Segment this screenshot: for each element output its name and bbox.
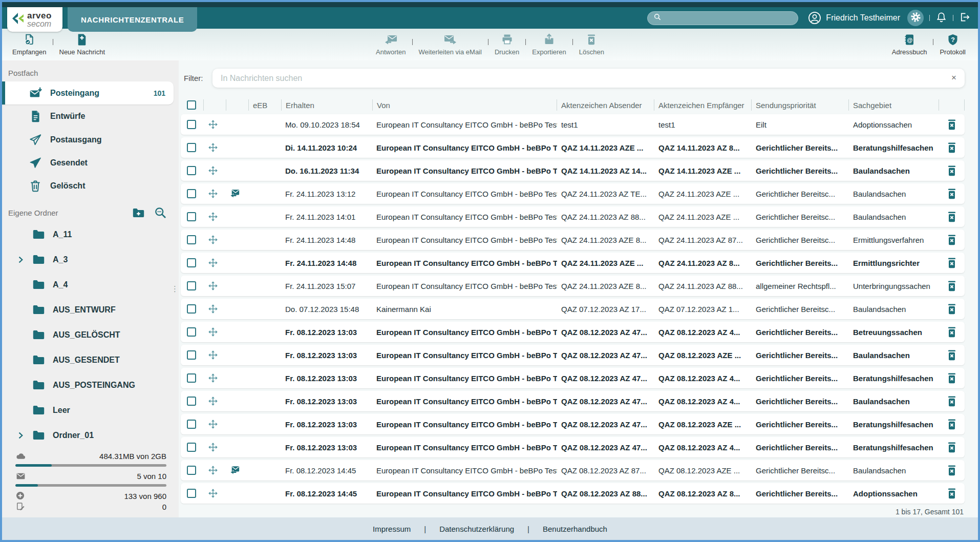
message-row[interactable]: Mo. 09.10.2023 18:54 European IT Consult… bbox=[181, 114, 965, 135]
sidebar-folder[interactable]: AUS_POSTEINGANG bbox=[2, 372, 179, 398]
row-checkbox[interactable] bbox=[187, 166, 196, 175]
sidebar-item-posteingang[interactable]: Posteingang 101 bbox=[2, 81, 174, 105]
row-checkbox[interactable] bbox=[187, 304, 196, 314]
row-checkbox[interactable] bbox=[187, 189, 196, 198]
row-delete-button[interactable] bbox=[946, 187, 957, 200]
row-delete-button[interactable] bbox=[946, 395, 957, 408]
footer-link-datenschutz[interactable]: Datenschutzerklärung bbox=[439, 525, 514, 533]
message-row[interactable]: Do. 16.11.2023 11:34 European IT Consult… bbox=[181, 160, 965, 181]
message-row[interactable]: Fr. 08.12.2023 13:03 European IT Consult… bbox=[181, 345, 965, 365]
row-delete-button[interactable] bbox=[946, 280, 957, 293]
move-handle-icon[interactable] bbox=[207, 119, 219, 130]
row-delete-button[interactable] bbox=[946, 303, 957, 316]
avatar[interactable] bbox=[807, 11, 822, 25]
move-handle-icon[interactable] bbox=[207, 165, 219, 176]
protokoll-button[interactable]: ? Protokoll bbox=[933, 33, 972, 56]
row-delete-button[interactable] bbox=[946, 211, 957, 223]
user-name[interactable]: Friedrich Testheimer bbox=[826, 13, 900, 23]
move-handle-icon[interactable] bbox=[207, 349, 219, 361]
row-checkbox[interactable] bbox=[187, 443, 196, 452]
move-handle-icon[interactable] bbox=[207, 488, 219, 499]
message-row[interactable]: Fr. 08.12.2023 13:03 European IT Consult… bbox=[181, 368, 965, 388]
folder-add-button[interactable] bbox=[132, 206, 145, 220]
row-checkbox[interactable] bbox=[187, 350, 196, 360]
row-checkbox[interactable] bbox=[187, 120, 196, 129]
message-row[interactable]: Fr. 08.12.2023 13:03 European IT Consult… bbox=[181, 437, 965, 457]
row-delete-button[interactable] bbox=[946, 257, 957, 269]
chevron-right-icon[interactable] bbox=[15, 254, 32, 266]
footer-link-impressum[interactable]: Impressum bbox=[373, 525, 411, 533]
row-delete-button[interactable] bbox=[946, 372, 957, 385]
sidebar-folder[interactable]: A_4 bbox=[2, 272, 179, 297]
message-row[interactable]: Fr. 08.12.2023 14:45 European IT Consult… bbox=[181, 460, 965, 481]
move-handle-icon[interactable] bbox=[207, 419, 219, 430]
move-handle-icon[interactable] bbox=[207, 442, 219, 453]
row-delete-button[interactable] bbox=[946, 418, 957, 431]
message-row[interactable]: Do. 07.12.2023 15:48 Kainermann Kai QAZ … bbox=[181, 299, 965, 319]
row-delete-button[interactable] bbox=[946, 441, 957, 454]
global-search-input[interactable] bbox=[662, 14, 793, 22]
move-handle-icon[interactable] bbox=[207, 280, 219, 291]
message-row[interactable]: Fr. 08.12.2023 13:03 European IT Consult… bbox=[181, 322, 965, 342]
move-handle-icon[interactable] bbox=[207, 142, 219, 153]
col-sachgebiet[interactable]: Sachgebiet bbox=[848, 99, 939, 111]
move-handle-icon[interactable] bbox=[207, 372, 219, 384]
row-checkbox[interactable] bbox=[187, 143, 196, 152]
message-row[interactable]: Fr. 24.11.2023 14:01 European IT Consult… bbox=[181, 206, 965, 227]
row-checkbox[interactable] bbox=[187, 466, 196, 475]
row-delete-button[interactable] bbox=[946, 234, 957, 246]
col-sendungsprioritaet[interactable]: Sendungspriorität bbox=[751, 99, 848, 111]
message-row[interactable]: Fr. 24.11.2023 15:07 European IT Consult… bbox=[181, 276, 965, 296]
message-row[interactable]: Fr. 08.12.2023 13:03 European IT Consult… bbox=[181, 391, 965, 411]
move-handle-icon[interactable] bbox=[207, 188, 219, 199]
select-all-checkbox[interactable] bbox=[187, 100, 196, 110]
col-aktenzeichen-absender[interactable]: Aktenzeichen Absender bbox=[557, 99, 654, 111]
row-delete-button[interactable] bbox=[946, 118, 957, 131]
row-checkbox[interactable] bbox=[187, 212, 196, 221]
row-checkbox[interactable] bbox=[187, 235, 196, 244]
row-delete-button[interactable] bbox=[946, 464, 957, 477]
empfangen-button[interactable]: Empfangen bbox=[6, 33, 53, 56]
move-handle-icon[interactable] bbox=[207, 234, 219, 245]
message-row[interactable]: Fr. 08.12.2023 14:45 European IT Consult… bbox=[181, 483, 965, 504]
filter-input[interactable] bbox=[212, 69, 965, 88]
neue-nachricht-button[interactable]: Neue Nachricht bbox=[53, 33, 112, 56]
row-delete-button[interactable] bbox=[946, 141, 957, 154]
row-checkbox[interactable] bbox=[187, 420, 196, 429]
sidebar-item-geloescht[interactable]: Gelöscht bbox=[2, 175, 179, 198]
sidebar-item-postausgang[interactable]: Postausgang bbox=[2, 128, 179, 151]
loeschen-button[interactable]: Löschen bbox=[573, 33, 610, 56]
message-row[interactable]: Fr. 24.11.2023 14:48 European IT Consult… bbox=[181, 253, 965, 273]
row-checkbox[interactable] bbox=[187, 373, 196, 383]
row-checkbox[interactable] bbox=[187, 327, 196, 337]
move-handle-icon[interactable] bbox=[207, 257, 219, 268]
notifications-button[interactable] bbox=[935, 11, 947, 25]
row-delete-button[interactable] bbox=[946, 487, 957, 500]
adressbuch-button[interactable]: @ Adressbuch bbox=[886, 33, 933, 56]
row-checkbox[interactable] bbox=[187, 258, 196, 267]
row-delete-button[interactable] bbox=[946, 326, 957, 339]
settings-button[interactable] bbox=[907, 10, 924, 26]
move-handle-icon[interactable] bbox=[207, 395, 219, 407]
row-checkbox[interactable] bbox=[187, 397, 196, 406]
row-checkbox[interactable] bbox=[187, 489, 196, 498]
col-aktenzeichen-empfaenger[interactable]: Aktenzeichen Empfänger bbox=[654, 99, 751, 111]
filter-clear-icon[interactable]: × bbox=[951, 73, 956, 83]
sidebar-resize-handle[interactable]: ⋮ bbox=[171, 288, 178, 290]
move-handle-icon[interactable] bbox=[207, 303, 219, 315]
sidebar-folder[interactable]: AUS_GELÖSCHT bbox=[2, 322, 179, 347]
folder-search-button[interactable] bbox=[154, 206, 167, 220]
weiterleiten-button[interactable]: Weiterleiten via eMail bbox=[413, 33, 488, 56]
message-row[interactable]: Fr. 24.11.2023 13:12 European IT Consult… bbox=[181, 183, 965, 204]
global-search[interactable] bbox=[647, 11, 798, 25]
exportieren-button[interactable]: Exportieren bbox=[526, 33, 572, 56]
sidebar-folder[interactable]: A_3 bbox=[2, 247, 179, 272]
sidebar-folder[interactable]: AUS_GESENDET bbox=[2, 347, 179, 372]
sidebar-folder[interactable]: Leer bbox=[2, 398, 179, 423]
move-handle-icon[interactable] bbox=[207, 211, 219, 222]
col-erhalten[interactable]: Erhalten bbox=[281, 99, 372, 111]
footer-link-benutzerhandbuch[interactable]: Benutzerhandbuch bbox=[543, 525, 607, 533]
sidebar-folder[interactable]: A_11 bbox=[2, 222, 179, 247]
message-row[interactable]: Fr. 24.11.2023 14:48 European IT Consult… bbox=[181, 230, 965, 250]
drucken-button[interactable]: Drucken bbox=[488, 33, 525, 56]
